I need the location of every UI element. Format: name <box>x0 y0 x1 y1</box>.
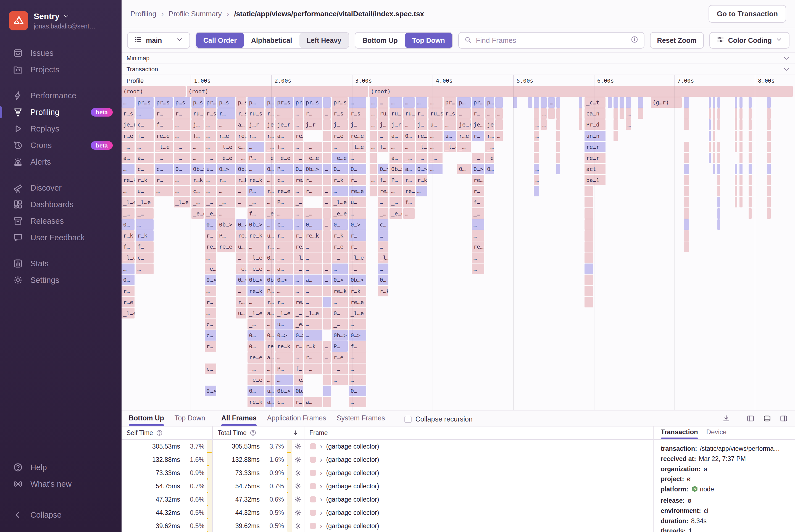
flame-cell[interactable]: re…k <box>121 175 134 185</box>
flame-cell[interactable] <box>323 308 330 319</box>
flame-cell[interactable]: re…k <box>294 175 303 185</box>
row-gear-icon[interactable] <box>292 443 304 450</box>
flame-cell[interactable] <box>684 119 689 130</box>
flame-cell[interactable]: … <box>236 197 246 207</box>
flame-cell[interactable] <box>735 131 737 141</box>
flame-cell[interactable]: a… <box>276 131 293 141</box>
flame-cell[interactable] <box>767 108 771 119</box>
flame-cell[interactable]: … <box>304 264 322 274</box>
flame-cell[interactable]: … <box>534 119 539 130</box>
flame-cell[interactable]: … <box>205 252 216 263</box>
flame-cell[interactable]: … <box>349 208 366 219</box>
self-time-header[interactable]: Self Time <box>121 426 213 439</box>
flame-cell[interactable]: … <box>548 97 554 108</box>
flame-cell[interactable] <box>620 108 624 119</box>
flame-cell[interactable]: … <box>294 208 303 219</box>
flame-cell[interactable] <box>495 119 503 130</box>
view-top-down-button[interactable]: Top Down <box>405 33 452 48</box>
flame-cell[interactable]: 0… <box>294 164 303 174</box>
flame-cell[interactable]: j… <box>416 119 428 130</box>
flame-cell[interactable] <box>513 97 517 108</box>
flame-cell[interactable] <box>323 363 330 374</box>
frame-expand-chevron[interactable]: › <box>320 509 322 516</box>
flame-cell[interactable] <box>709 108 711 119</box>
flame-cell[interactable] <box>709 142 711 152</box>
flame-cell[interactable]: f… <box>294 363 303 374</box>
flame-cell[interactable]: pr…s <box>205 97 216 108</box>
flame-cell[interactable] <box>534 186 539 196</box>
flame-cell[interactable]: … <box>429 142 442 152</box>
flame-cell[interactable]: re…k <box>332 286 348 297</box>
flame-cell[interactable]: a… <box>236 119 246 130</box>
flame-cell[interactable] <box>323 97 330 108</box>
flame-cell[interactable] <box>735 175 737 185</box>
tab-bottom-up[interactable]: Bottom Up <box>129 414 164 426</box>
flame-cell[interactable]: _l…e <box>443 142 456 152</box>
flame-cell[interactable]: 0…> <box>205 274 216 285</box>
tab-device[interactable]: Device <box>706 428 726 439</box>
flame-cell[interactable]: 0b…> <box>265 274 275 285</box>
flame-cell[interactable] <box>709 97 711 108</box>
flame-cell[interactable]: _e…e <box>276 153 293 163</box>
flame-cell[interactable]: re…e <box>155 131 173 141</box>
flame-cell[interactable] <box>585 252 593 263</box>
flame-cell[interactable] <box>717 119 720 130</box>
flame-cell[interactable] <box>749 142 752 152</box>
flame-cell[interactable]: … <box>265 363 275 374</box>
sort-left-heavy-button[interactable]: Left Heavy <box>299 33 348 48</box>
flame-cell[interactable]: … <box>370 119 377 130</box>
flame-cell[interactable] <box>323 242 330 252</box>
flame-cell[interactable]: p…s <box>174 97 190 108</box>
flame-cell[interactable]: pr…s <box>332 97 348 108</box>
flame-cell[interactable]: pr…s <box>155 97 173 108</box>
flame-cell[interactable]: 0… <box>485 164 494 174</box>
flame-cell[interactable]: … <box>485 108 494 119</box>
flame-cell[interactable]: r…e <box>265 242 275 252</box>
flame-cell[interactable]: … <box>236 286 246 297</box>
flame-cell[interactable]: … <box>534 164 539 174</box>
flame-cell[interactable]: … <box>403 97 414 108</box>
flame-cell[interactable]: _… <box>332 363 348 374</box>
flame-cell[interactable]: r… <box>304 108 322 119</box>
flame-cell[interactable]: re…e <box>236 131 246 141</box>
flame-cell[interactable]: r…e <box>121 131 134 141</box>
flame-cell[interactable]: c… <box>136 119 154 130</box>
flame-cell[interactable]: … <box>294 142 303 152</box>
flame-cell[interactable]: _l…e <box>332 197 348 207</box>
flame-cell[interactable]: j… <box>349 119 366 130</box>
flame-cell[interactable] <box>739 175 742 185</box>
flame-cell[interactable]: 0b…> <box>247 219 264 230</box>
flame-cell[interactable] <box>713 142 715 152</box>
sidebar-item-performance[interactable]: Performance <box>0 87 121 104</box>
flame-cell[interactable] <box>713 119 715 130</box>
flame-cell[interactable]: r… <box>155 108 173 119</box>
flame-cell[interactable]: 0b…> <box>390 164 402 174</box>
flame-cell[interactable]: _e…e <box>485 153 494 163</box>
flame-cell[interactable]: … <box>323 108 330 119</box>
flame-cell[interactable]: … <box>294 108 303 119</box>
layout-right-icon[interactable] <box>779 414 788 423</box>
flame-cell[interactable]: u… <box>205 164 216 174</box>
flame-cell[interactable]: 0…> <box>236 219 246 230</box>
flame-cell[interactable]: 0…> <box>217 164 235 174</box>
flame-cell[interactable] <box>717 164 720 174</box>
flame-cell[interactable]: a… <box>390 131 402 141</box>
table-row[interactable]: 54.75ms0.7%54.75ms0.7%›(garbage collecto… <box>121 479 653 493</box>
flame-cell[interactable]: c… <box>276 397 293 407</box>
flame-cell[interactable]: p… <box>247 97 264 108</box>
flame-cell[interactable]: … <box>534 175 539 185</box>
flame-cell[interactable]: … <box>276 352 293 363</box>
flame-cell[interactable]: … <box>378 242 389 252</box>
flame-cell[interactable]: … <box>205 131 216 141</box>
flame-cell[interactable]: c… <box>136 164 154 174</box>
flame-cell[interactable]: … <box>378 264 389 274</box>
flame-cell[interactable]: _e…e <box>217 153 235 163</box>
flame-cell[interactable]: _l…e <box>349 142 366 152</box>
flame-cell[interactable]: … <box>304 330 322 341</box>
flame-cell[interactable]: … <box>294 119 303 130</box>
flame-cell[interactable]: … <box>121 186 134 196</box>
flame-cell[interactable]: … <box>276 208 293 219</box>
flame-cell[interactable]: … <box>370 97 377 108</box>
frame-expand-chevron[interactable]: › <box>320 496 322 503</box>
table-row[interactable]: 305.53ms3.7%305.53ms3.7%›(garbage collec… <box>121 440 653 453</box>
